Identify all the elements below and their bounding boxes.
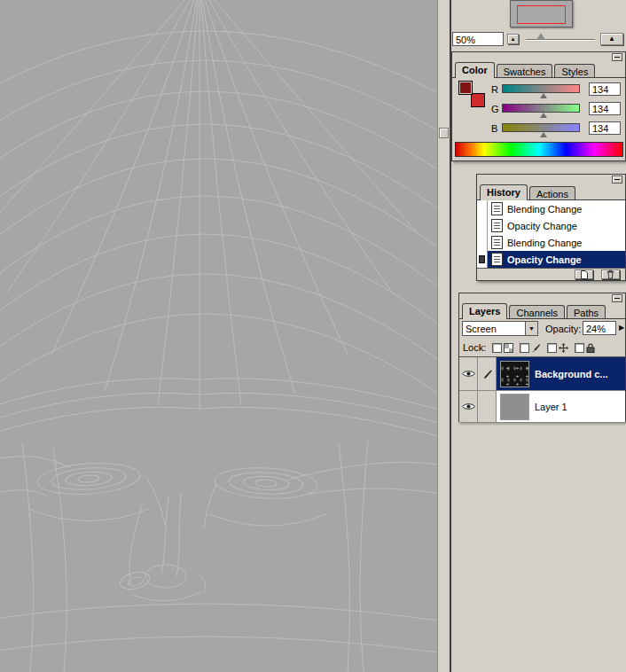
navigator-zoom-input[interactable]: 50% <box>452 32 504 46</box>
panel-minimize-button[interactable] <box>612 294 622 302</box>
history-source-well[interactable] <box>477 234 488 251</box>
visibility-toggle[interactable] <box>459 391 478 422</box>
tab-history[interactable]: History <box>480 184 528 200</box>
blue-channel-slider[interactable] <box>502 123 580 132</box>
tab-channels[interactable]: Channels <box>509 305 564 319</box>
scrollbar-thumb[interactable] <box>439 128 449 138</box>
foreground-color-swatch[interactable] <box>458 81 473 95</box>
layer-row-selected[interactable]: Background c... <box>459 357 625 391</box>
history-state-icon <box>491 253 503 266</box>
history-panel-tabs: History Actions <box>477 184 625 200</box>
layer-thumbnail[interactable] <box>500 394 529 420</box>
paintbrush-icon <box>481 369 492 379</box>
blue-value-input[interactable]: 134 <box>589 121 621 135</box>
panel-minimize-button[interactable] <box>612 53 622 61</box>
layer-list: Background c... Layer 1 <box>459 356 625 423</box>
link-indicator-empty[interactable] <box>478 391 497 422</box>
green-channel-row: G 134 <box>491 102 624 116</box>
history-panel-footer <box>477 268 625 280</box>
history-state-icon <box>491 202 503 215</box>
history-state-icon <box>491 236 503 249</box>
red-value-input[interactable]: 134 <box>589 82 621 96</box>
red-channel-label: R <box>491 84 498 95</box>
blend-mode-select[interactable]: Screen ▼ <box>462 321 538 336</box>
canvas-vertical-scrollbar[interactable] <box>437 0 451 672</box>
blue-slider-thumb[interactable] <box>540 132 547 137</box>
history-state[interactable]: Opacity Change <box>477 217 625 234</box>
blend-mode-value: Screen <box>463 324 525 334</box>
delete-state-button[interactable] <box>601 270 620 279</box>
tab-layers[interactable]: Layers <box>462 303 507 319</box>
opacity-input[interactable]: 24% <box>583 321 616 335</box>
color-spectrum-bar[interactable] <box>455 142 623 157</box>
lock-icon <box>586 343 595 353</box>
move-icon <box>559 343 568 353</box>
history-source-well[interactable] <box>477 251 488 268</box>
history-state-label: Blending Change <box>507 238 582 248</box>
zoom-in-button[interactable]: ▲ <box>600 33 623 45</box>
active-paint-indicator <box>478 357 497 390</box>
layers-controls: Screen ▼ Opacity: 24% ▶ <box>459 319 625 339</box>
history-state-label: Opacity Change <box>507 221 577 231</box>
tab-swatches[interactable]: Swatches <box>497 64 553 78</box>
tab-actions[interactable]: Actions <box>529 186 575 200</box>
lock-all-checkbox[interactable] <box>575 343 584 353</box>
blue-channel-label: B <box>491 123 497 134</box>
lock-options-row: Lock: <box>459 339 625 356</box>
history-state-icon <box>491 219 503 232</box>
history-state[interactable]: Blending Change <box>477 200 625 217</box>
green-slider-thumb[interactable] <box>540 113 547 118</box>
tab-color[interactable]: Color <box>455 62 495 78</box>
zoom-slider-thumb[interactable] <box>536 33 545 40</box>
lock-transparency-checkbox[interactable] <box>492 343 502 353</box>
background-color-swatch[interactable] <box>471 93 485 107</box>
color-panel-tabs: Color Swatches Styles <box>452 62 625 78</box>
red-channel-slider[interactable] <box>502 84 580 93</box>
eye-icon <box>462 402 475 410</box>
layers-panel-header <box>459 293 625 303</box>
green-channel-label: G <box>491 104 499 114</box>
navigator-zoom-slider[interactable] <box>526 39 595 41</box>
paintbrush-icon <box>531 343 541 353</box>
history-panel-header <box>477 175 625 184</box>
history-panel: History Actions Blending Change Opacity … <box>476 174 626 281</box>
panel-dock: 50% ▴ ▲ Color Swatches Styles R 134 G <box>451 0 626 672</box>
opacity-popup-arrow[interactable]: ▶ <box>617 323 626 333</box>
history-source-well[interactable] <box>477 217 488 234</box>
panel-minimize-button[interactable] <box>612 176 622 184</box>
history-source-icon <box>479 255 485 263</box>
history-state-selected[interactable]: Opacity Change <box>477 251 625 268</box>
history-state-list: Blending Change Opacity Change Blending … <box>477 200 625 270</box>
history-state[interactable]: Blending Change <box>477 234 625 251</box>
red-channel-row: R 134 <box>491 82 624 97</box>
tab-styles[interactable]: Styles <box>554 64 595 78</box>
trash-icon <box>606 270 614 279</box>
navigator-preview <box>510 0 573 27</box>
layers-panel-tabs: Layers Channels Paths <box>459 303 625 319</box>
new-document-from-state-button[interactable] <box>575 270 593 279</box>
green-channel-slider[interactable] <box>502 104 580 113</box>
red-slider-thumb[interactable] <box>540 93 547 98</box>
lock-image-checkbox[interactable] <box>520 343 529 353</box>
zoom-out-button[interactable]: ▴ <box>507 34 519 44</box>
layer-name: Background c... <box>535 369 608 379</box>
color-panel-body: R 134 G 134 B 134 <box>452 78 625 161</box>
checkerboard-icon <box>504 343 513 353</box>
layer-row[interactable]: Layer 1 <box>459 391 625 423</box>
color-swatches <box>458 81 485 107</box>
eye-icon <box>462 370 475 378</box>
navigator-view-rectangle[interactable] <box>517 5 566 24</box>
wireframe-face-image <box>0 0 437 672</box>
visibility-toggle[interactable] <box>459 357 478 390</box>
layer-thumbnail[interactable] <box>500 361 529 387</box>
tab-paths[interactable]: Paths <box>567 305 606 319</box>
green-value-input[interactable]: 134 <box>589 102 621 115</box>
layer-name-area: Background c... <box>497 357 625 390</box>
dropdown-arrow-icon[interactable]: ▼ <box>525 322 537 335</box>
history-source-well[interactable] <box>477 200 488 217</box>
lock-position-checkbox[interactable] <box>547 343 557 353</box>
document-canvas[interactable] <box>0 0 437 672</box>
new-document-icon <box>581 270 588 279</box>
layer-name-area: Layer 1 <box>497 391 625 422</box>
opacity-label: Opacity: <box>545 324 581 334</box>
